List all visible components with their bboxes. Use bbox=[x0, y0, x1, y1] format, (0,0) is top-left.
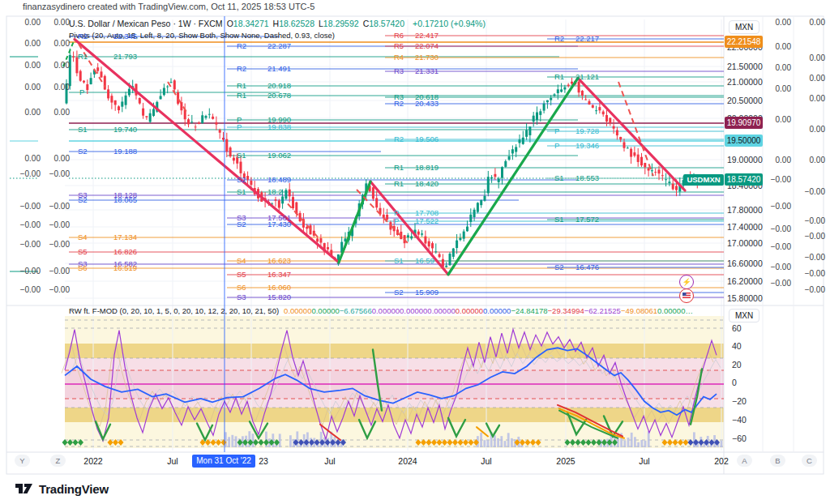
pivot-label: S1 bbox=[78, 126, 88, 133]
pivot-label: S4 bbox=[78, 233, 88, 241]
indicator-axis-label: 40 bbox=[732, 342, 742, 351]
pivot-label: R1 bbox=[554, 73, 564, 80]
pivot-label: R5 bbox=[394, 42, 404, 49]
pivot-label: S2 bbox=[394, 288, 404, 296]
price-axis-label: 17.80000 bbox=[727, 206, 763, 215]
pivot-value: 19.740 bbox=[113, 126, 137, 133]
pivot-value: 19.188 bbox=[113, 147, 137, 155]
zero-scale-label: −0.00 bbox=[799, 254, 825, 262]
pivot-label: S1 bbox=[237, 152, 246, 159]
axis-button-b[interactable]: B bbox=[770, 455, 785, 467]
pivot-value: 18.489 bbox=[267, 176, 291, 183]
price-axis-label: 17.00000 bbox=[727, 239, 763, 248]
pivot-value: 19.506 bbox=[415, 135, 439, 143]
pivot-label: R2 bbox=[237, 42, 246, 49]
zero-scale-label: −0.00 bbox=[765, 203, 791, 211]
pivot-value: 19.346 bbox=[575, 142, 599, 149]
pivot-value: 17.430 bbox=[267, 220, 291, 228]
pivot-value: 22.217 bbox=[575, 35, 599, 42]
pivot-label: S2 bbox=[237, 176, 246, 183]
zero-scale-label: −0.00 bbox=[765, 176, 791, 184]
zero-scale-label: 0.00 bbox=[15, 62, 41, 70]
price-badge: 22.21548 bbox=[725, 36, 763, 48]
zero-scale-label: 0.00 bbox=[799, 75, 825, 83]
crosshair-time-badge: Mon 31 Oct '22 bbox=[192, 455, 255, 468]
zero-scale-label: −0.00 bbox=[799, 217, 825, 225]
watermark-text: finanzasydinero created with TradingView… bbox=[23, 2, 314, 11]
pivot-label: R2 bbox=[237, 65, 246, 72]
axis-button-a[interactable]: A bbox=[737, 455, 752, 467]
zero-scale-label: 0.00 bbox=[15, 155, 41, 163]
zero-scale-label: −0.00 bbox=[44, 286, 70, 294]
pivot-label: R2 bbox=[394, 100, 404, 107]
lower-indicator-legend: RW ft. F-MOD (0, 20, 10, 1, 5, 0, 20, 10… bbox=[69, 306, 693, 315]
indicator-value: 0.00000 bbox=[483, 306, 511, 315]
pivot-value: 16.476 bbox=[575, 263, 599, 271]
zero-scale-label: −0.00 bbox=[44, 267, 70, 275]
indicator-value: 0.00000 bbox=[372, 306, 400, 315]
axis-button-c[interactable]: C bbox=[802, 455, 817, 467]
symbol-title[interactable]: U.S. Dollar / Mexican Peso · 1W · FXCM bbox=[69, 19, 223, 28]
zero-scale-label: 0.00 bbox=[799, 19, 825, 27]
pivot-label: R2 bbox=[78, 32, 88, 40]
pivot-value: 17.708 bbox=[415, 209, 439, 216]
pivot-value: 18.065 bbox=[113, 196, 137, 203]
currency-axis-button[interactable]: MXN bbox=[729, 309, 759, 322]
zero-scale-label: 0.00 bbox=[765, 64, 791, 72]
indicator-axis-label: 60 bbox=[732, 324, 742, 333]
time-axis-label: Jul bbox=[167, 456, 178, 466]
indicator-axis-label: 20 bbox=[732, 361, 742, 369]
zero-scale-label: 0.00 bbox=[799, 95, 825, 103]
zero-scale-label: −0.00 bbox=[15, 203, 41, 211]
price-badge: 18.57420 bbox=[725, 173, 763, 186]
axis-button-z[interactable]: Z bbox=[50, 455, 66, 467]
pivots-indicator-legend[interactable]: Pivots (20, Auto, 15, Left, 8, 20, Show … bbox=[69, 31, 335, 40]
zero-scale-label: −0.00 bbox=[44, 203, 70, 211]
pivot-label: R2 bbox=[394, 135, 404, 143]
pivot-label: R1 bbox=[394, 164, 404, 171]
pivot-value: 17.572 bbox=[575, 216, 599, 223]
us-flag-icon[interactable] bbox=[679, 288, 694, 303]
zero-scale-label: 0.00 bbox=[765, 43, 791, 51]
pivot-label: S5 bbox=[78, 248, 88, 255]
zero-scale-label: −0.00 bbox=[15, 170, 41, 178]
pivot-value: 17.522 bbox=[415, 217, 439, 224]
zero-scale-label: −0.00 bbox=[44, 241, 70, 249]
pivot-label: P bbox=[554, 142, 559, 149]
price-axis-label: 21.00000 bbox=[727, 78, 763, 87]
pivot-value: 18.553 bbox=[575, 174, 599, 182]
ohlc-pair: C18.57420 bbox=[363, 19, 404, 28]
pivot-label: P bbox=[394, 217, 399, 224]
zero-scale-label: −0.00 bbox=[15, 267, 41, 275]
lightning-icon[interactable]: ⚡ bbox=[679, 275, 694, 289]
price-axis-label: 20.50000 bbox=[727, 96, 763, 105]
pivot-value: 21.121 bbox=[575, 73, 599, 80]
ohlc-pair: H18.62528 bbox=[273, 19, 314, 28]
pivot-label: S1 bbox=[237, 188, 246, 195]
indicator-axis-label: −20 bbox=[732, 397, 747, 406]
currency-axis-button[interactable]: MXN bbox=[729, 20, 759, 34]
time-axis-label: 2024 bbox=[398, 456, 417, 466]
time-axis-label: 23 bbox=[259, 456, 268, 466]
zero-scale-label: −0.00 bbox=[799, 270, 825, 278]
tradingview-logo-text: TradingView bbox=[39, 482, 109, 496]
zero-scale-label: 0.00 bbox=[15, 19, 41, 27]
lower-indicator-values: 0.000000.00000−6.675660.000000.000000.00… bbox=[284, 306, 693, 315]
pivot-value: 19.728 bbox=[575, 127, 599, 135]
zero-scale-label: 0.00 bbox=[765, 85, 791, 93]
zero-scale-label: 0.00 bbox=[765, 19, 791, 27]
zero-scale-label: 0.00 bbox=[44, 109, 70, 117]
tradingview-chart-window: finanzasydinero created with TradingView… bbox=[0, 0, 830, 504]
time-axis-label: 202 bbox=[714, 456, 729, 466]
pivot-value: 16.623 bbox=[267, 257, 291, 264]
zero-scale-label: 0.00 bbox=[799, 126, 825, 134]
zero-scale-label: 0.00 bbox=[15, 109, 41, 117]
lower-indicator-name[interactable]: RW ft. F-MOD (0, 20, 10, 1, 5, 0, 20, 10… bbox=[69, 306, 279, 315]
axis-button-y[interactable]: Y bbox=[15, 455, 30, 467]
pivot-label: S2 bbox=[78, 196, 88, 203]
zero-scale-label: 0.00 bbox=[44, 62, 70, 70]
pivot-label: S5 bbox=[237, 271, 246, 278]
pivot-value: 16.826 bbox=[113, 248, 137, 255]
pivot-value: 21.491 bbox=[267, 65, 291, 72]
time-axis-label: 2025 bbox=[556, 456, 575, 466]
